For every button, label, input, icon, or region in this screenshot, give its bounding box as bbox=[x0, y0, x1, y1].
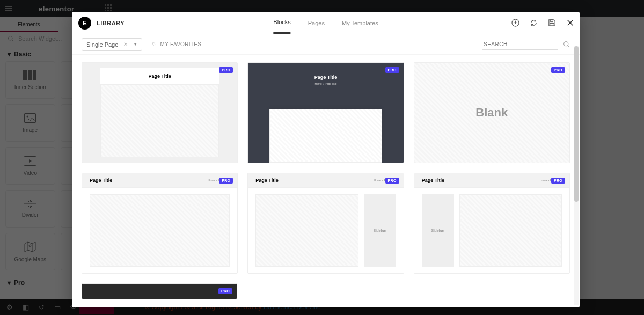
search-icon[interactable] bbox=[563, 41, 570, 48]
template-card-blank[interactable]: PRO Blank bbox=[414, 62, 570, 163]
template-breadcrumb: Home » Page Title bbox=[314, 82, 336, 85]
svg-rect-19 bbox=[550, 23, 554, 26]
template-card[interactable]: PRO Page Title Home » Page Title bbox=[82, 173, 238, 274]
template-title: Page Title bbox=[100, 68, 219, 84]
modal-title: LIBRARY bbox=[97, 20, 125, 26]
svg-point-20 bbox=[564, 42, 568, 46]
my-favorites-button[interactable]: ♡ MY FAVORITES bbox=[152, 41, 201, 47]
template-title: Page Title bbox=[90, 178, 112, 183]
scrollbar-thumb[interactable] bbox=[574, 46, 579, 202]
dropdown-selected: Single Page bbox=[86, 41, 118, 48]
pro-badge: PRO bbox=[219, 67, 233, 73]
template-card-partial[interactable]: PRO bbox=[82, 283, 237, 299]
pro-badge: PRO bbox=[551, 67, 565, 73]
pro-badge: PRO bbox=[385, 178, 399, 184]
content-placeholder bbox=[100, 84, 219, 157]
modal-scrollbar[interactable] bbox=[574, 46, 579, 305]
template-title: Page Title bbox=[314, 75, 337, 80]
sidebar-placeholder: Sidebar bbox=[422, 194, 454, 267]
sync-icon[interactable] bbox=[529, 19, 538, 27]
library-modal: E LIBRARY Blocks Pages My Templates Sing… bbox=[72, 12, 580, 307]
template-card[interactable]: PRO Page Title bbox=[82, 62, 238, 163]
category-dropdown[interactable]: Single Page ✕ ▼ bbox=[82, 38, 142, 51]
content-placeholder bbox=[255, 194, 358, 267]
modal-header: E LIBRARY Blocks Pages My Templates bbox=[72, 12, 580, 34]
sidebar-placeholder: Sidebar bbox=[364, 194, 396, 267]
template-search-input[interactable] bbox=[482, 39, 558, 50]
clear-filter-icon[interactable]: ✕ bbox=[123, 41, 128, 47]
pro-badge: PRO bbox=[551, 178, 565, 184]
tab-my-templates[interactable]: My Templates bbox=[342, 12, 378, 34]
save-icon[interactable] bbox=[547, 19, 556, 27]
close-icon[interactable] bbox=[566, 19, 574, 27]
tab-pages[interactable]: Pages bbox=[308, 12, 325, 34]
template-title: Page Title bbox=[255, 178, 278, 183]
template-card[interactable]: PRO Page Title Home » Page Title bbox=[247, 62, 404, 163]
pro-badge: PRO bbox=[219, 178, 233, 184]
modal-toolbar: Single Page ✕ ▼ ♡ MY FAVORITES bbox=[72, 34, 580, 55]
heart-icon: ♡ bbox=[152, 41, 157, 47]
chevron-down-icon: ▼ bbox=[133, 42, 137, 47]
import-icon[interactable] bbox=[511, 19, 519, 27]
content-placeholder bbox=[459, 194, 562, 267]
templates-grid-container: PRO Page Title PRO Page Title Home » Pag… bbox=[72, 55, 580, 307]
content-placeholder bbox=[90, 194, 230, 267]
pro-badge: PRO bbox=[218, 288, 232, 294]
template-card[interactable]: PRO Page Title Home » Page Title Sidebar bbox=[247, 173, 404, 274]
template-card[interactable]: PRO Page Title Home » Page Title Sidebar bbox=[414, 173, 570, 274]
content-placeholder bbox=[269, 109, 382, 163]
elementor-logo-icon: E bbox=[78, 17, 91, 30]
template-title: Blank bbox=[475, 106, 508, 120]
pro-badge: PRO bbox=[385, 67, 399, 73]
tab-blocks[interactable]: Blocks bbox=[273, 12, 290, 34]
template-title: Page Title bbox=[422, 178, 444, 183]
